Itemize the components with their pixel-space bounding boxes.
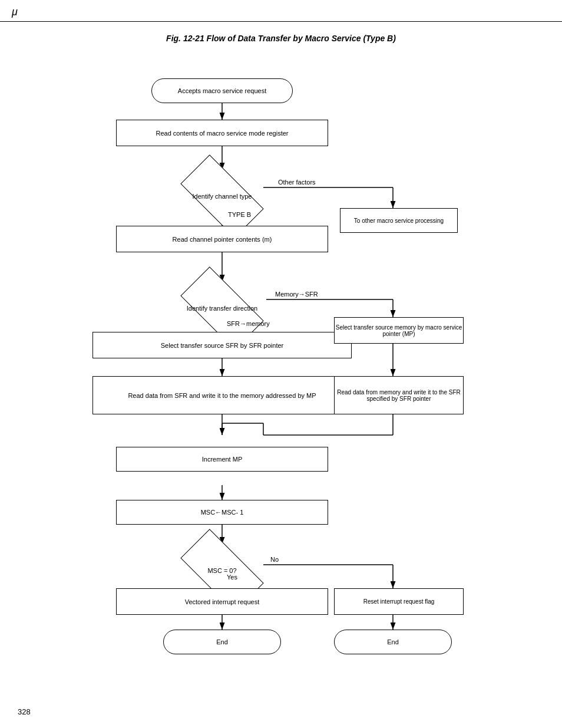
to-other-shape: To other macro service processing — [340, 208, 458, 233]
increment-mp-shape: Increment MP — [116, 447, 328, 472]
sfr-memory-label: SFR→memory — [227, 320, 270, 327]
start-shape: Accepts macro service request — [151, 78, 293, 103]
vectored-interrupt-shape: Vectored interrupt request — [116, 588, 328, 615]
end1-shape: End — [163, 630, 281, 654]
read-macro-shape: Read contents of macro service mode regi… — [116, 120, 328, 146]
read-sfr-shape: Read data from SFR and write it to the m… — [92, 376, 352, 414]
page-number: 328 — [18, 707, 31, 716]
yes-label: Yes — [227, 574, 237, 581]
mu-symbol: μ — [12, 6, 18, 18]
select-sfr-shape: Select transfer source SFR by SFR pointe… — [92, 332, 352, 358]
msc-decrement-shape: MSC←MSC- 1 — [116, 500, 328, 525]
page-header: μ — [0, 0, 562, 22]
select-memory-shape: Select transfer source memory by macro s… — [334, 317, 464, 344]
page-footer: 328 — [18, 707, 31, 716]
other-factors-label: Other factors — [278, 179, 316, 186]
read-channel-shape: Read channel pointer contents (m) — [116, 226, 328, 252]
diagram-title: Fig. 12-21 Flow of Data Transfer by Macr… — [0, 34, 562, 43]
no-label: No — [270, 556, 279, 563]
memory-sfr-label: Memory→SFR — [275, 291, 318, 298]
type-b-label: TYPE B — [228, 211, 251, 218]
diagram-container: Accepts macro service request Read conte… — [45, 61, 517, 709]
read-memory-shape: Read data from memory and write it to th… — [334, 376, 464, 414]
end2-shape: End — [334, 630, 452, 654]
identify-channel-diamond: Identify channel type — [169, 170, 275, 223]
reset-flag-shape: Reset interrupt request flag — [334, 588, 464, 615]
